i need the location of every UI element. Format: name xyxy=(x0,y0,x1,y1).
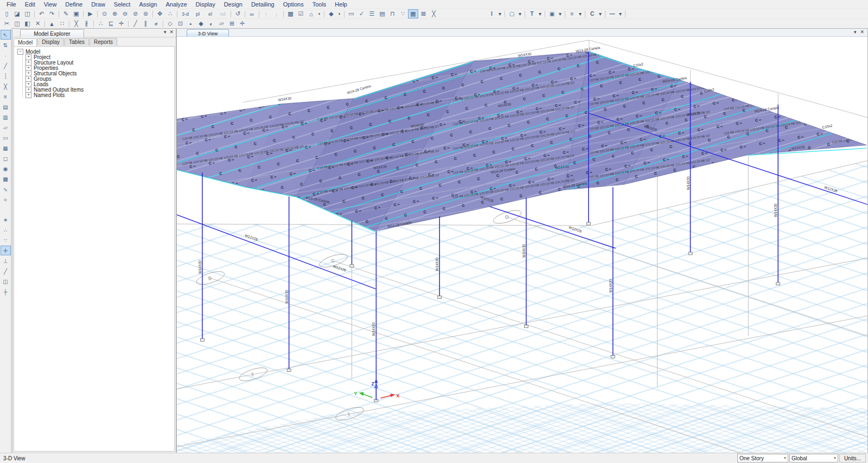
menu-item[interactable]: Edit xyxy=(21,1,40,8)
menu-item[interactable]: File xyxy=(2,1,21,8)
dropdown-arrow-icon[interactable]: ▾ xyxy=(537,9,543,18)
open-model-icon[interactable]: ◪ xyxy=(12,9,22,18)
draw-wall-icon[interactable]: ▤ xyxy=(1,102,11,112)
cold-formed-design-icon[interactable]: C xyxy=(587,9,597,18)
tree-item[interactable]: Named Plots xyxy=(25,92,174,98)
viewport-tab-3d-view[interactable]: 3-D View xyxy=(187,29,229,37)
assign-frame-icon[interactable]: ◇ xyxy=(165,19,175,28)
parallel-lines-icon[interactable]: ∥ xyxy=(141,19,151,28)
collapse-node-icon[interactable] xyxy=(17,49,23,55)
separator[interactable] xyxy=(93,21,94,27)
separator[interactable] xyxy=(245,11,245,17)
separator[interactable] xyxy=(163,21,163,27)
draw-frame-icon[interactable]: ╱ xyxy=(1,61,11,70)
separator[interactable] xyxy=(324,11,324,17)
undo-icon[interactable]: ↶ xyxy=(36,9,47,18)
separator[interactable] xyxy=(344,11,344,17)
cut-icon[interactable]: ✂ xyxy=(2,19,12,28)
rotate-3d-view-icon[interactable]: ↺ xyxy=(233,9,243,18)
snap-to-lines-icon[interactable]: ╱ xyxy=(1,266,11,276)
paste-special-icon[interactable]: ▱ xyxy=(216,19,227,28)
menu-item[interactable]: Tools xyxy=(308,1,331,8)
explorer-tab[interactable]: Display xyxy=(37,38,64,46)
menu-item[interactable]: Select xyxy=(110,1,135,8)
tree-item[interactable]: Groups xyxy=(25,76,174,81)
steel-frame-design-icon[interactable]: I xyxy=(487,9,497,18)
check-model-icon[interactable]: ✓ xyxy=(356,9,367,18)
assign-point-icon[interactable]: ▪ xyxy=(186,19,196,28)
quick-draw-secondary-beams-icon[interactable]: ≡ xyxy=(1,92,11,101)
previous-zoom-icon[interactable]: ⊘ xyxy=(130,9,141,18)
tree-item[interactable]: Loads xyxy=(25,81,174,87)
separator[interactable] xyxy=(59,11,59,17)
snap-to-perpendicular-icon[interactable]: ⊥ xyxy=(1,256,11,266)
run-analysis-icon[interactable]: ▶ xyxy=(85,9,95,18)
panel-collapse-icon[interactable]: ▾ xyxy=(164,29,167,35)
menu-item[interactable]: Help xyxy=(330,1,352,8)
dropdown-arrow-icon[interactable]: ▾ xyxy=(577,9,583,18)
tree-item-root[interactable]: Model xyxy=(17,49,174,54)
view-3d-icon[interactable]: 3-d xyxy=(179,9,192,18)
menu-item[interactable]: Analyze xyxy=(161,1,191,8)
quick-draw-frame-icon[interactable]: ┆ xyxy=(1,71,11,81)
slab-design-icon[interactable]: — xyxy=(607,9,617,18)
viewport-collapse-icon[interactable]: ▾ xyxy=(854,29,857,35)
menu-item[interactable]: Define xyxy=(61,1,87,8)
separator[interactable] xyxy=(152,11,153,17)
separator[interactable] xyxy=(283,11,284,17)
snap-dot-icon[interactable]: ∴ xyxy=(95,19,106,28)
composite-beam-design-icon[interactable]: T xyxy=(527,9,537,18)
dropdown-arrow-icon[interactable]: ▾ xyxy=(316,9,322,18)
dropdown-arrow-icon[interactable]: ▾ xyxy=(336,9,342,18)
tree-item[interactable]: Structural Objects xyxy=(25,70,174,76)
menu-item[interactable]: Assign xyxy=(135,1,161,8)
zoom-in-icon[interactable]: ⊕ xyxy=(110,9,120,18)
steel-joist-design-icon[interactable]: ▣ xyxy=(547,9,557,18)
units-button[interactable]: Units... xyxy=(839,454,866,462)
draw-cube-icon[interactable]: ◆ xyxy=(326,9,336,18)
separator[interactable] xyxy=(69,21,69,27)
viewport-close-icon[interactable]: ✕ xyxy=(860,29,864,35)
explorer-tab[interactable]: Tables xyxy=(65,38,89,46)
snap-to-points-icon[interactable]: ∴ xyxy=(1,225,11,235)
separator[interactable] xyxy=(34,11,35,17)
tree-item[interactable]: Structure Layout xyxy=(25,60,174,65)
show-axes-icon[interactable]: ╳ xyxy=(429,9,439,18)
save-model-icon[interactable]: ◫ xyxy=(22,9,33,18)
menu-item[interactable]: Detailing xyxy=(247,1,279,8)
draw-mode-icon[interactable]: ✎ xyxy=(61,9,71,18)
model-explorer-titlebar[interactable]: Model Explorer ▾ ✕ xyxy=(12,29,176,37)
move-up-list-icon[interactable]: ↑ xyxy=(261,9,271,18)
show-shells-icon[interactable]: ▦ xyxy=(408,9,418,18)
snap-to-edges-icon[interactable]: ◫ xyxy=(1,276,11,286)
node-dots-icon[interactable]: ∴ xyxy=(165,9,175,18)
tree-item[interactable]: Project xyxy=(25,54,174,60)
draw-section-cut-icon[interactable]: ∿ xyxy=(1,184,11,194)
show-sections-icon[interactable]: ☰ xyxy=(367,9,377,18)
dropdown-arrow-icon[interactable]: ▾ xyxy=(497,9,503,18)
zoom-out-icon[interactable]: ⊖ xyxy=(120,9,130,18)
expand-node-icon[interactable] xyxy=(25,92,31,98)
tree-item[interactable]: Named Output Items xyxy=(25,87,174,92)
concrete-frame-design-icon[interactable]: ▢ xyxy=(507,9,517,18)
move-down-list-icon[interactable]: ↓ xyxy=(271,9,282,18)
draw-dimension-icon[interactable]: ◉ xyxy=(1,164,11,173)
shear-wall-design-icon[interactable]: ≡ xyxy=(567,9,577,18)
menu-item[interactable]: Draw xyxy=(87,1,110,8)
offset-lines-icon[interactable]: ╱ xyxy=(130,19,141,28)
pan-icon[interactable]: ✥ xyxy=(155,9,165,18)
explorer-tab[interactable]: Reports xyxy=(90,38,117,46)
separator[interactable] xyxy=(177,11,177,17)
undeformed-shape-icon[interactable]: ▲ xyxy=(47,19,57,28)
copy-icon[interactable]: ◫ xyxy=(12,19,22,28)
snap-to-axes-icon[interactable]: ┼ xyxy=(1,287,11,297)
draw-rect-floor-icon[interactable]: ▭ xyxy=(1,133,11,143)
menu-item[interactable]: Display xyxy=(192,1,220,8)
erase-all-icon[interactable]: ∦ xyxy=(81,19,92,28)
separator[interactable] xyxy=(259,11,259,17)
view-plan-icon[interactable]: pl xyxy=(192,9,204,18)
draw-null-area-icon[interactable]: ◻ xyxy=(1,153,11,163)
view-elevation-icon[interactable]: el xyxy=(204,9,216,18)
new-model-icon[interactable]: ▯ xyxy=(2,9,12,18)
menu-item[interactable]: View xyxy=(40,1,61,8)
